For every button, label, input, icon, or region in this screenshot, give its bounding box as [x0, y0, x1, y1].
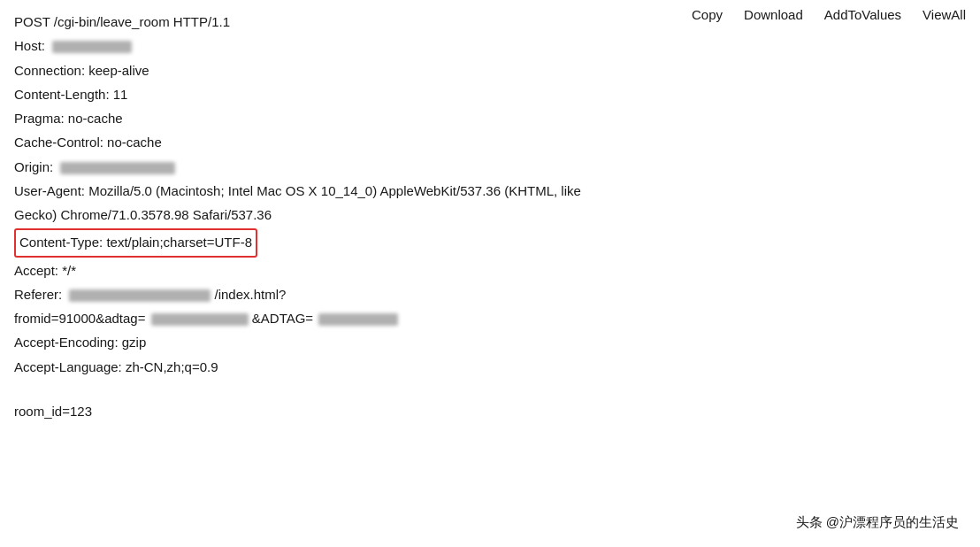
- referer-line: Referer: /index.html?: [14, 283, 966, 306]
- user-agent-line2: Gecko) Chrome/71.0.3578.98 Safari/537.36: [14, 204, 966, 227]
- accept-line: Accept: */*: [14, 259, 966, 282]
- add-to-values-button[interactable]: AddToValues: [824, 7, 901, 22]
- pragma-line: Pragma: no-cache: [14, 107, 966, 130]
- origin-line: Origin:: [14, 156, 966, 179]
- host-value-blurred: [52, 41, 132, 53]
- referer-value-blurred: [69, 289, 211, 302]
- origin-value-blurred: [60, 162, 175, 174]
- host-line: Host:: [14, 35, 966, 58]
- accept-language-line: Accept-Language: zh-CN,zh;q=0.9: [14, 356, 966, 379]
- content-length-line: Content-Length: 11: [14, 83, 966, 106]
- copy-button[interactable]: Copy: [692, 7, 723, 22]
- view-all-button[interactable]: ViewAll: [923, 7, 966, 22]
- toolbar: Copy Download AddToValues ViewAll: [692, 7, 966, 22]
- download-button[interactable]: Download: [744, 7, 803, 22]
- content-type-highlighted: Content-Type: text/plain;charset=UTF-8: [14, 228, 257, 257]
- watermark: 头条 @沪漂程序员的生活史: [796, 514, 959, 531]
- http-content: POST /cgi-bin/leave_room HTTP/1.1 Host: …: [0, 0, 980, 435]
- room-id-line: room_id=123: [14, 400, 966, 423]
- connection-line: Connection: keep-alive: [14, 59, 966, 82]
- cache-control-line: Cache-Control: no-cache: [14, 131, 966, 154]
- adtag2-value-blurred: [318, 313, 398, 326]
- user-agent-line1: User-Agent: Mozilla/5.0 (Macintosh; Inte…: [14, 180, 966, 203]
- content-type-line: Content-Type: text/plain;charset=UTF-8: [14, 227, 966, 258]
- adtag-value-blurred: [151, 313, 249, 326]
- fromid-line: fromid=91000&adtag= &ADTAG=: [14, 307, 966, 330]
- accept-encoding-line: Accept-Encoding: gzip: [14, 331, 966, 354]
